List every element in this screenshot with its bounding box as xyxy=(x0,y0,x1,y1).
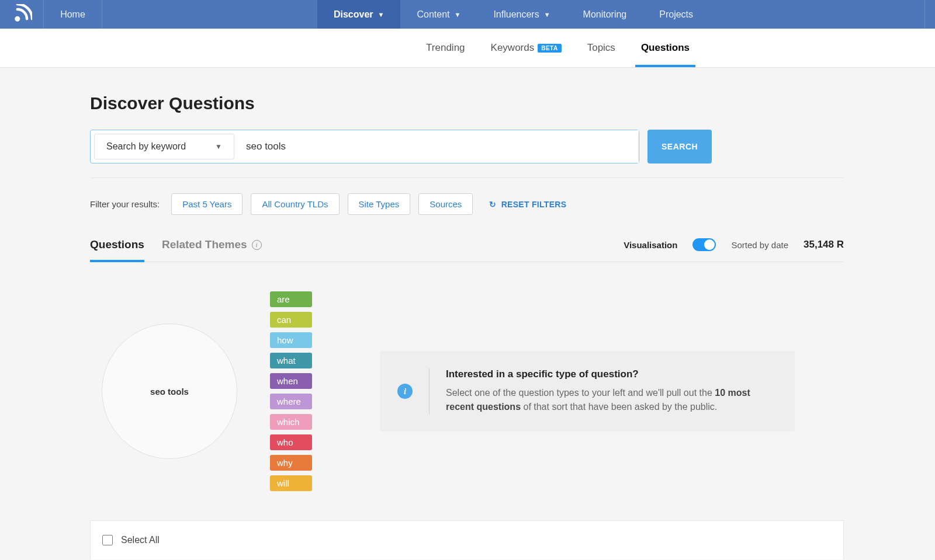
sub-nav: Trending Keywords BETA Topics Questions xyxy=(0,29,935,68)
filter-country[interactable]: All Country TLDs xyxy=(251,193,339,215)
visualisation-label: Visualisation xyxy=(624,240,677,250)
question-type-list: arecanhowwhatwhenwherewhichwhowhywill xyxy=(270,291,312,491)
info-icon: i xyxy=(397,384,413,399)
visualisation-area: seo tools arecanhowwhatwhenwherewhichwho… xyxy=(90,262,935,520)
beta-badge: BETA xyxy=(538,44,561,53)
info-body: Select one of the question types to your… xyxy=(446,386,777,414)
filter-label: Filter your results: xyxy=(90,199,160,209)
question-type-who[interactable]: who xyxy=(270,434,312,450)
select-all-checkbox[interactable] xyxy=(102,535,113,545)
chevron-down-icon: ▼ xyxy=(544,11,550,18)
question-type-which[interactable]: which xyxy=(270,414,312,430)
question-type-will[interactable]: will xyxy=(270,475,312,491)
subnav-topics[interactable]: Topics xyxy=(587,29,615,67)
chevron-down-icon: ▼ xyxy=(455,11,461,18)
info-icon[interactable]: i xyxy=(252,240,262,250)
nav-home[interactable]: Home xyxy=(44,0,102,29)
question-type-why[interactable]: why xyxy=(270,455,312,471)
tab-related-themes[interactable]: Related Themes i xyxy=(162,238,262,262)
chevron-down-icon: ▼ xyxy=(378,11,385,18)
nav-content[interactable]: Content▼ xyxy=(400,0,477,29)
question-type-what[interactable]: what xyxy=(270,353,312,368)
app-logo[interactable] xyxy=(0,0,44,29)
filter-sitetypes[interactable]: Site Types xyxy=(348,193,411,215)
search-type-dropdown[interactable]: Search by keyword ▼ xyxy=(94,134,234,159)
tab-questions[interactable]: Questions xyxy=(90,238,144,262)
subnav-keywords[interactable]: Keywords BETA xyxy=(491,29,562,67)
subnav-trending[interactable]: Trending xyxy=(426,29,465,67)
nav-influencers[interactable]: Influencers▼ xyxy=(477,0,566,29)
refresh-icon: ↻ xyxy=(489,200,496,209)
question-type-where[interactable]: where xyxy=(270,394,312,409)
nav-items: Discover▼ Content▼ Influencers▼ Monitori… xyxy=(317,0,709,29)
visualisation-toggle[interactable] xyxy=(692,238,716,251)
chevron-down-icon: ▼ xyxy=(215,142,222,151)
select-all-label[interactable]: Select All xyxy=(121,535,160,545)
question-type-can[interactable]: can xyxy=(270,312,312,328)
search-box: Search by keyword ▼ xyxy=(90,130,639,164)
search-button[interactable]: SEARCH xyxy=(647,130,712,164)
result-count: 35,148 R xyxy=(804,239,844,251)
search-input[interactable] xyxy=(234,130,639,163)
question-type-how[interactable]: how xyxy=(270,332,312,348)
reset-filters[interactable]: ↻ RESET FILTERS xyxy=(489,200,566,209)
results-panel: Select All xyxy=(90,520,844,559)
svg-point-0 xyxy=(15,16,20,21)
sorted-by[interactable]: Sorted by date xyxy=(731,240,788,250)
page-title: Discover Questions xyxy=(90,93,935,113)
subnav-questions[interactable]: Questions xyxy=(641,29,690,67)
info-title: Interested in a specific type of questio… xyxy=(446,368,777,380)
info-panel: i Interested in a specific type of quest… xyxy=(380,351,795,432)
filter-row: Filter your results: Past 5 Years All Co… xyxy=(90,193,935,215)
nav-discover[interactable]: Discover▼ xyxy=(317,0,400,29)
nav-projects[interactable]: Projects xyxy=(643,0,709,29)
nav-monitoring[interactable]: Monitoring xyxy=(567,0,643,29)
top-nav: Home Discover▼ Content▼ Influencers▼ Mon… xyxy=(0,0,935,29)
question-type-when[interactable]: when xyxy=(270,373,312,389)
keyword-circle: seo tools xyxy=(102,324,237,459)
filter-sources[interactable]: Sources xyxy=(418,193,473,215)
question-type-are[interactable]: are xyxy=(270,291,312,307)
filter-time[interactable]: Past 5 Years xyxy=(171,193,243,215)
wifi-logo-icon xyxy=(11,4,32,25)
tabs-row: Questions Related Themes i Visualisation… xyxy=(90,238,844,262)
